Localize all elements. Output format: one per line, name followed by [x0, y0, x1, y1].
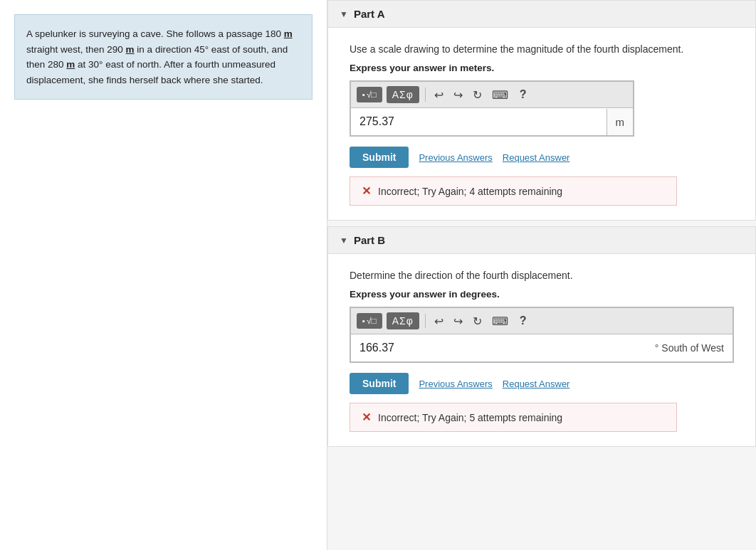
part-b-symbol-btn[interactable]: AΣφ	[387, 312, 419, 329]
part-b-keyboard-btn[interactable]: ⌨	[489, 313, 511, 329]
part-a-answer-input[interactable]	[351, 108, 607, 135]
part-a-previous-answers-btn[interactable]: Previous Answers	[419, 152, 492, 163]
part-b-input-container: ▪√□ AΣφ ↩ ↪ ↻ ⌨ ? ° South of West	[350, 307, 734, 363]
part-b-undo-btn[interactable]: ↩	[431, 313, 446, 329]
left-panel: A spelunker is surveying a cave. She fol…	[0, 0, 327, 550]
right-panel: ▼ Part A Use a scale drawing to determin…	[327, 0, 756, 550]
part-b-header[interactable]: ▼ Part B	[328, 227, 755, 254]
part-b-express-label: Express your answer in degrees.	[350, 289, 734, 300]
part-b-error-icon: ✕	[362, 411, 371, 424]
part-a-unit: m	[607, 109, 634, 135]
part-a-help-btn[interactable]: ?	[515, 87, 531, 102]
part-b-submit-row: Submit Previous Answers Request Answer	[350, 373, 734, 394]
part-a-refresh-btn[interactable]: ↻	[470, 87, 485, 103]
problem-box: A spelunker is surveying a cave. She fol…	[14, 14, 313, 100]
part-a-input-container: ▪√□ AΣφ ↩ ↪ ↻ ⌨ ? m	[350, 80, 634, 137]
part-b-section: ▼ Part B Determine the direction of the …	[327, 226, 756, 447]
part-b-unit-prefix: °	[655, 342, 659, 354]
part-b-answer-input[interactable]	[351, 334, 646, 361]
part-b-toolbar: ▪√□ AΣφ ↩ ↪ ↻ ⌨ ?	[350, 307, 733, 334]
part-a-divider	[425, 88, 426, 102]
part-b-unit: ° South of West	[646, 335, 733, 361]
part-b-label: Part B	[354, 234, 385, 246]
part-b-unit-suffix: South of West	[661, 342, 724, 354]
part-a-header[interactable]: ▼ Part A	[328, 1, 755, 28]
part-a-keyboard-btn[interactable]: ⌨	[489, 87, 511, 103]
part-b-divider	[425, 314, 426, 328]
part-b-math-btn[interactable]: ▪√□	[357, 313, 382, 329]
part-a-symbol-btn[interactable]: AΣφ	[387, 86, 419, 103]
part-b-submit-btn[interactable]: Submit	[350, 373, 409, 394]
part-a-chevron: ▼	[340, 9, 348, 19]
part-b-help-btn[interactable]: ?	[515, 313, 531, 329]
part-a-error-box: ✕ Incorrect; Try Again; 4 attempts remai…	[350, 176, 677, 206]
part-a-toolbar: ▪√□ AΣφ ↩ ↪ ↻ ⌨ ?	[350, 81, 634, 107]
part-a-question: Use a scale drawing to determine the mag…	[350, 42, 734, 57]
part-a-error-icon: ✕	[362, 184, 371, 198]
part-a-section: ▼ Part A Use a scale drawing to determin…	[327, 0, 756, 221]
part-a-math-btn[interactable]: ▪√□	[357, 87, 382, 102]
part-b-previous-answers-btn[interactable]: Previous Answers	[419, 379, 492, 389]
part-a-submit-row: Submit Previous Answers Request Answer	[350, 147, 734, 168]
part-b-error-message: Incorrect; Try Again; 5 attempts remaini…	[378, 412, 562, 423]
part-b-body: Determine the direction of the fourth di…	[328, 254, 755, 446]
part-b-error-box: ✕ Incorrect; Try Again; 5 attempts remai…	[350, 403, 677, 432]
part-b-request-answer-btn[interactable]: Request Answer	[503, 379, 570, 389]
part-a-error-message: Incorrect; Try Again; 4 attempts remaini…	[378, 186, 562, 197]
part-a-body: Use a scale drawing to determine the mag…	[328, 28, 755, 220]
part-a-express-label: Express your answer in meters.	[350, 63, 734, 73]
part-b-chevron: ▼	[340, 236, 348, 245]
part-a-submit-btn[interactable]: Submit	[350, 147, 409, 168]
part-b-question: Determine the direction of the fourth di…	[350, 268, 734, 283]
part-a-answer-row: m	[350, 107, 634, 136]
part-b-refresh-btn[interactable]: ↻	[470, 313, 485, 329]
part-a-undo-btn[interactable]: ↩	[431, 87, 446, 103]
part-a-request-answer-btn[interactable]: Request Answer	[503, 152, 570, 163]
part-a-label: Part A	[354, 8, 385, 20]
part-a-redo-btn[interactable]: ↪	[451, 87, 466, 103]
problem-text: A spelunker is surveying a cave. She fol…	[26, 28, 293, 85]
part-b-answer-row: ° South of West	[350, 334, 733, 362]
part-b-redo-btn[interactable]: ↪	[451, 313, 466, 329]
